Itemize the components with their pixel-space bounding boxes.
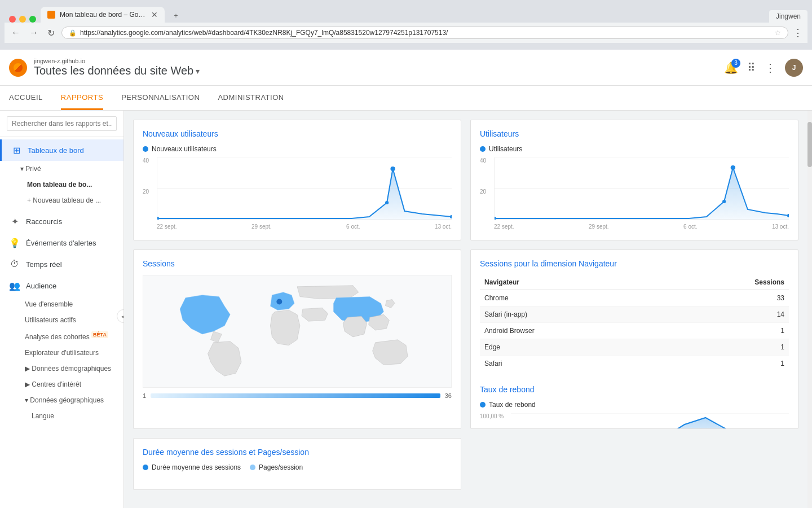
scrollbar-thumb[interactable] bbox=[807, 122, 812, 167]
app-body: ◀ ⊞ Tableaux de bord ▾ Privé Mon tableau… bbox=[0, 111, 812, 508]
browser-name-cell: Android Browser bbox=[480, 323, 667, 339]
maximize-window-btn[interactable] bbox=[29, 16, 36, 23]
sidebar-utilisateurs-actifs[interactable]: Utilisateurs actifs bbox=[0, 312, 123, 328]
sidebar: ◀ ⊞ Tableaux de bord ▾ Privé Mon tableau… bbox=[0, 111, 124, 508]
browser-table-row: Chrome33 bbox=[480, 290, 789, 306]
site-dropdown-arrow[interactable]: ▾ bbox=[196, 67, 200, 76]
chart-y-labels-utilisateurs: 40 20 bbox=[480, 157, 494, 220]
widget-title-nouveaux-utilisateurs: Nouveaux utilisateurs bbox=[143, 129, 452, 138]
sidebar-vue-ensemble[interactable]: Vue d'ensemble bbox=[0, 296, 123, 312]
col-sessions-header: Sessions bbox=[667, 275, 789, 290]
sidebar-item-tableaux[interactable]: ⊞ Tableaux de bord bbox=[0, 139, 123, 161]
notification-badge: 3 bbox=[731, 59, 740, 68]
sidebar-langue[interactable]: Langue bbox=[0, 408, 123, 424]
chart-area-utilisateurs bbox=[494, 157, 789, 220]
browser-name-cell: Safari (in-app) bbox=[480, 306, 667, 323]
chart-utilisateurs: 40 20 bbox=[480, 157, 789, 231]
chart-nouveaux-utilisateurs: 40 20 bbox=[143, 157, 452, 231]
sidebar-item-alertes[interactable]: 💡 Événements d'alertes bbox=[0, 232, 123, 253]
sidebar-donnees-geo[interactable]: ▾ Données géographiques bbox=[0, 392, 123, 408]
sidebar-item-temps-reel[interactable]: ⏱ Temps réel bbox=[0, 253, 123, 275]
minimize-window-btn[interactable] bbox=[19, 16, 26, 23]
sidebar-centres-interet[interactable]: ▶ Centres d'intérêt bbox=[0, 376, 123, 392]
temps-reel-icon: ⏱ bbox=[9, 259, 20, 270]
analytics-nav: ACCUEIL RAPPORTS PERSONNALISATION ADMINI… bbox=[0, 86, 812, 111]
new-tab-button[interactable]: + bbox=[167, 9, 185, 23]
scrollbar[interactable] bbox=[807, 111, 812, 508]
header-site-name: Toutes les données du site Web ▾ bbox=[34, 64, 724, 77]
widget-utilisateurs: Utilisateurs Utilisateurs 40 20 bbox=[470, 120, 798, 240]
nav-accueil[interactable]: ACCUEIL bbox=[9, 86, 43, 110]
lock-icon: 🔒 bbox=[69, 29, 77, 37]
sidebar-temps-reel-label: Temps réel bbox=[26, 260, 62, 269]
forward-button[interactable]: → bbox=[27, 27, 41, 39]
analytics-logo-inner bbox=[14, 63, 23, 72]
map-max-label: 36 bbox=[445, 392, 452, 399]
sidebar-prive[interactable]: ▾ Privé bbox=[0, 161, 123, 177]
sidebar-item-tableaux-label: Tableaux de bord bbox=[28, 146, 84, 155]
alertes-icon: 💡 bbox=[9, 237, 20, 248]
notifications-button[interactable]: 🔔 3 bbox=[724, 61, 738, 75]
browser-table-row: Android Browser1 bbox=[480, 323, 789, 339]
extensions-icon: ⋮ bbox=[793, 27, 803, 39]
browser-sessions-cell: 1 bbox=[667, 339, 789, 356]
chrome-user-label: Jingwen bbox=[769, 10, 807, 23]
more-options-button[interactable]: ⋮ bbox=[765, 61, 776, 75]
browser-tab[interactable]: Mon tableau de bord – Google ... ✕ bbox=[41, 7, 165, 23]
address-bar[interactable]: 🔒 ☆ bbox=[61, 27, 788, 39]
widget-nouveaux-utilisateurs: Nouveaux utilisateurs Nouveaux utilisate… bbox=[133, 120, 461, 240]
svg-point-16 bbox=[276, 299, 282, 305]
legend-nouveaux-utilisateurs: Nouveaux utilisateurs bbox=[143, 145, 452, 153]
widget-sessions: Sessions bbox=[133, 249, 461, 429]
traffic-lights bbox=[9, 16, 36, 23]
col-navigateur-header: Navigateur bbox=[480, 275, 667, 290]
sidebar-nouveau-tableau[interactable]: + Nouveau tableau de ... bbox=[0, 192, 123, 208]
widget-title-taux-rebond: Taux de rebond bbox=[480, 385, 789, 394]
main-content: Nouveaux utilisateurs Nouveaux utilisate… bbox=[124, 111, 807, 508]
svg-point-5 bbox=[385, 201, 389, 204]
apps-grid-button[interactable]: ⠿ bbox=[747, 61, 756, 75]
sidebar-item-raccourcis[interactable]: ✦ Raccourcis bbox=[0, 211, 123, 232]
sidebar-donnees-demog[interactable]: ▶ Données démographiques bbox=[0, 361, 123, 376]
sidebar-search-box bbox=[0, 111, 123, 137]
sessions-map bbox=[143, 275, 452, 388]
tab-close-button[interactable]: ✕ bbox=[151, 10, 158, 19]
reload-button[interactable]: ↻ bbox=[45, 27, 57, 40]
url-input[interactable] bbox=[80, 29, 771, 37]
header-actions: 🔔 3 ⠿ ⋮ J bbox=[724, 59, 803, 77]
taux-chart-area bbox=[511, 413, 789, 429]
sidebar-section-tableaux: ⊞ Tableaux de bord ▾ Privé Mon tableau d… bbox=[0, 137, 123, 211]
sidebar-search-input[interactable] bbox=[7, 116, 117, 131]
map-bar bbox=[151, 393, 440, 398]
header-domain: jingwen-z.github.io bbox=[34, 58, 724, 64]
legend-dot-pages-session bbox=[250, 465, 255, 470]
user-avatar[interactable]: J bbox=[785, 59, 803, 77]
back-button[interactable]: ← bbox=[9, 27, 23, 39]
svg-point-12 bbox=[495, 217, 496, 220]
sidebar-mon-tableau[interactable]: Mon tableau de bo... bbox=[0, 177, 123, 192]
sidebar-audience-label: Audience bbox=[26, 282, 56, 290]
browser-name-cell: Edge bbox=[480, 339, 667, 356]
chart-y-labels-nouveaux: 40 20 bbox=[143, 157, 157, 220]
legend-utilisateurs: Utilisateurs bbox=[480, 145, 789, 153]
analytics-logo bbox=[9, 59, 27, 77]
browser-sessions-cell: 1 bbox=[667, 323, 789, 339]
widget-duree-sessions: Durée moyenne des sessions et Pages/sess… bbox=[133, 438, 461, 490]
sidebar-analyse-cohortes[interactable]: Analyse des cohortes BÊTA bbox=[0, 328, 123, 345]
browser-controls: ← → ↻ 🔒 ☆ ⋮ bbox=[5, 23, 807, 43]
tab-title: Mon tableau de bord – Google ... bbox=[60, 11, 147, 19]
sidebar-item-audience[interactable]: 👥 Audience bbox=[0, 275, 123, 296]
raccourcis-icon: ✦ bbox=[9, 216, 20, 227]
svg-point-13 bbox=[722, 200, 726, 203]
nav-personnalisation[interactable]: PERSONNALISATION bbox=[121, 86, 200, 110]
widget-title-duree: Durée moyenne des sessions et Pages/sess… bbox=[143, 448, 452, 457]
browser-sessions-cell: 14 bbox=[667, 306, 789, 323]
bookmark-icon[interactable]: ☆ bbox=[775, 29, 781, 37]
widget-title-sessions-nav: Sessions pour la dimension Navigateur bbox=[480, 259, 789, 268]
sidebar-explorateur[interactable]: Explorateur d'utilisateurs bbox=[0, 345, 123, 361]
browser-sessions-cell: 1 bbox=[667, 356, 789, 372]
nav-administration[interactable]: ADMINISTRATION bbox=[218, 86, 284, 110]
nav-rapports[interactable]: RAPPORTS bbox=[61, 86, 103, 110]
close-window-btn[interactable] bbox=[9, 16, 16, 23]
widget-title-utilisateurs: Utilisateurs bbox=[480, 129, 789, 138]
